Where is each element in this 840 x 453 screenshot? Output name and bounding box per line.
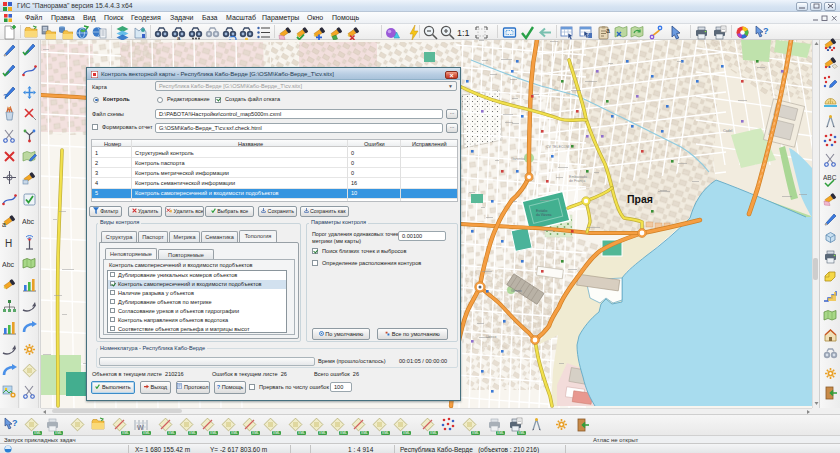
svg-text:CV TELECOM: CV TELECOM	[546, 145, 569, 149]
svg-text:W: W	[137, 424, 144, 431]
svg-text:?: ?	[12, 418, 18, 428]
svg-text:Abc: Abc	[22, 218, 35, 225]
svg-text:?: ?	[3, 92, 8, 100]
svg-text:Cadel: Cadel	[723, 129, 733, 133]
svg-text:Abc: Abc	[2, 261, 15, 268]
svg-text:Unece: Unece	[486, 335, 496, 339]
svg-text:1:1: 1:1	[457, 28, 470, 38]
svg-text:?: ?	[763, 26, 769, 36]
svg-text:Gimno: Gimno	[511, 289, 522, 293]
svg-text:da Várzea: da Várzea	[536, 213, 552, 217]
svg-text:de França: de França	[569, 179, 585, 183]
svg-text:a: a	[606, 27, 610, 34]
svg-text:Прая: Прая	[627, 193, 653, 205]
svg-text:Garentia: Garentia	[511, 157, 525, 161]
svg-text:ABC: ABC	[823, 174, 837, 181]
svg-text:H: H	[5, 238, 12, 249]
svg-text:a: a	[2, 221, 6, 228]
